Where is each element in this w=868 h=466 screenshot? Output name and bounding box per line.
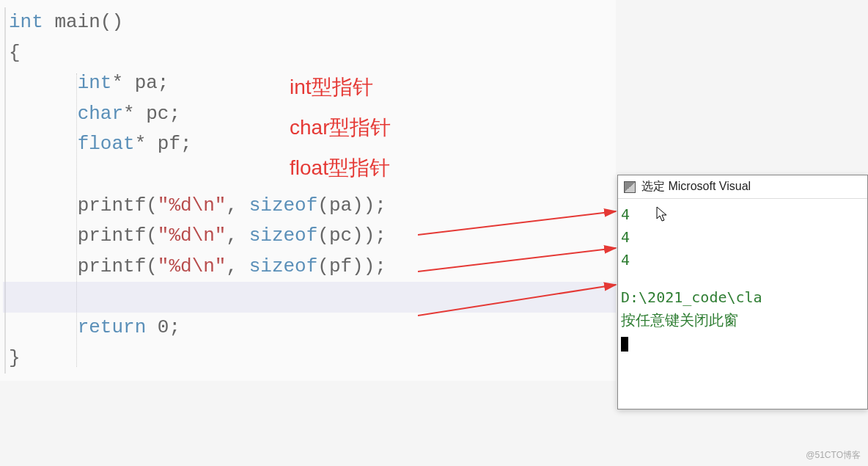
console-prompt: 按任意键关闭此窗 bbox=[621, 309, 864, 332]
code-editor[interactable]: int main() { int* pa; char* pc; float* p… bbox=[0, 0, 616, 381]
keyword-char: char bbox=[78, 103, 123, 125]
code-text: (pa)); bbox=[317, 194, 386, 216]
console-icon bbox=[624, 181, 636, 193]
annotation-char-pointer: char型指针 bbox=[290, 114, 391, 142]
console-output-3: 4 bbox=[621, 249, 864, 272]
annotation-float-pointer: float型指针 bbox=[290, 154, 390, 182]
watermark: @51CTO博客 bbox=[806, 449, 861, 462]
keyword-return: return bbox=[78, 316, 147, 338]
string-literal: "%d\n" bbox=[158, 194, 227, 216]
console-body[interactable]: 4 4 4 D:\2021_code\cla 按任意键关闭此窗 bbox=[618, 199, 867, 359]
keyword-int: int bbox=[78, 72, 112, 94]
string-literal: "%d\n" bbox=[158, 225, 227, 247]
keyword-sizeof: sizeof bbox=[249, 194, 318, 216]
annotation-int-pointer: int型指针 bbox=[290, 73, 373, 101]
func-printf: printf( bbox=[78, 225, 158, 247]
console-cursor-line bbox=[621, 332, 864, 354]
code-text: , bbox=[226, 194, 249, 216]
console-output-1: 4 bbox=[621, 203, 864, 226]
code-line-current bbox=[3, 282, 616, 313]
code-line-9: return 0; bbox=[3, 313, 616, 343]
keyword-float: float bbox=[78, 133, 135, 155]
code-text: (pc)); bbox=[317, 225, 386, 247]
code-text: , bbox=[226, 225, 249, 247]
console-path: D:\2021_code\cla bbox=[621, 286, 864, 309]
keyword-sizeof: sizeof bbox=[249, 225, 318, 247]
console-title: 选定 Microsoft Visual bbox=[641, 179, 751, 194]
keyword-sizeof: sizeof bbox=[249, 255, 318, 277]
code-line-6: printf("%d\n", sizeof(pa)); bbox=[3, 191, 616, 222]
console-cursor bbox=[621, 337, 628, 352]
console-titlebar[interactable]: 选定 Microsoft Visual bbox=[618, 175, 867, 199]
brace: { bbox=[9, 42, 21, 64]
code-text: * pf; bbox=[135, 133, 192, 155]
code-text: * pa; bbox=[111, 72, 169, 94]
code-text: 0; bbox=[146, 316, 180, 338]
code-line-1: int main() bbox=[3, 7, 616, 38]
func-printf: printf( bbox=[78, 194, 158, 216]
console-blank bbox=[621, 272, 864, 286]
code-line-7: printf("%d\n", sizeof(pc)); bbox=[3, 221, 616, 252]
code-text: (pf)); bbox=[317, 255, 386, 277]
brace: } bbox=[9, 347, 21, 369]
func-printf: printf( bbox=[78, 255, 158, 277]
keyword-int: int bbox=[9, 11, 43, 33]
code-line-8: printf("%d\n", sizeof(pf)); bbox=[3, 252, 616, 283]
console-output-2: 4 bbox=[621, 226, 864, 249]
code-text: main() bbox=[43, 11, 123, 33]
console-window[interactable]: 选定 Microsoft Visual 4 4 4 D:\2021_code\c… bbox=[617, 175, 868, 409]
code-line-10: } bbox=[3, 343, 616, 374]
code-text: , bbox=[226, 255, 249, 277]
code-line-2: { bbox=[3, 38, 616, 69]
code-text: * pc; bbox=[123, 103, 180, 125]
string-literal: "%d\n" bbox=[158, 255, 227, 277]
